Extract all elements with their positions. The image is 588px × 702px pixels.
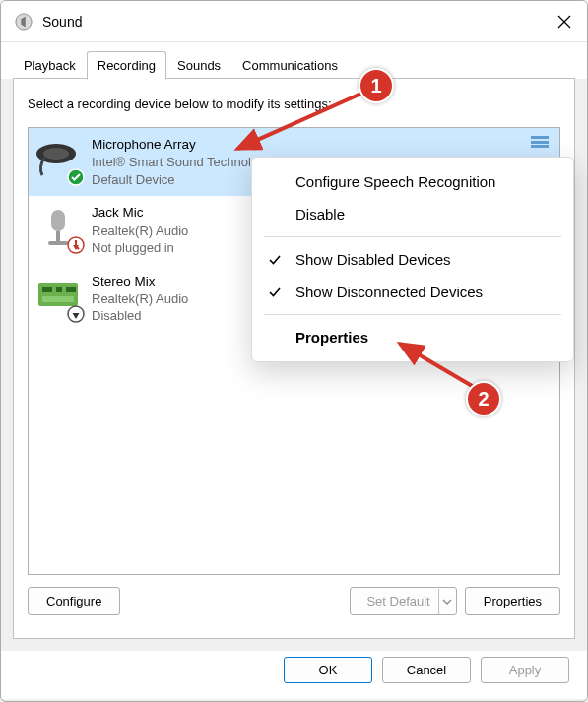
tab-strip: Playback Recording Sounds Communications bbox=[1, 42, 587, 79]
tab-playback[interactable]: Playback bbox=[13, 51, 87, 80]
menu-separator bbox=[264, 314, 561, 315]
svg-rect-8 bbox=[48, 241, 68, 245]
svg-rect-7 bbox=[56, 231, 60, 241]
device-sub2: Disabled bbox=[92, 307, 188, 325]
device-name: Stereo Mix bbox=[92, 273, 188, 290]
menu-separator bbox=[264, 236, 561, 237]
properties-button[interactable]: Properties bbox=[465, 587, 560, 615]
close-button[interactable] bbox=[542, 1, 587, 42]
device-sub2: Default Device bbox=[92, 171, 272, 189]
ctx-show-disconnected[interactable]: Show Disconnected Devices bbox=[260, 276, 565, 308]
set-default-label: Set Default bbox=[366, 594, 429, 608]
context-menu: Configure Speech Recognition Disable Sho… bbox=[251, 157, 574, 362]
device-sub1: Realtek(R) Audio bbox=[92, 290, 188, 308]
cancel-button[interactable]: Cancel bbox=[382, 657, 471, 683]
tab-recording[interactable]: Recording bbox=[87, 51, 166, 80]
svg-rect-14 bbox=[66, 287, 76, 292]
set-default-button[interactable]: Set Default bbox=[350, 587, 456, 615]
ctx-show-disabled[interactable]: Show Disabled Devices bbox=[260, 243, 565, 276]
dialog-button-row: OK Cancel Apply bbox=[1, 651, 587, 699]
tab-sounds[interactable]: Sounds bbox=[166, 51, 231, 80]
ctx-configure-speech[interactable]: Configure Speech Recognition bbox=[260, 165, 565, 198]
check-icon bbox=[268, 253, 282, 267]
disabled-icon bbox=[67, 305, 85, 323]
panel-button-row: Configure Set Default Properties bbox=[28, 587, 560, 615]
instruction-text: Select a recording device below to modif… bbox=[28, 96, 560, 111]
ctx-show-disabled-label: Show Disabled Devices bbox=[295, 251, 451, 268]
svg-point-4 bbox=[43, 148, 69, 160]
ok-button[interactable]: OK bbox=[284, 657, 372, 683]
ctx-disable[interactable]: Disable bbox=[260, 198, 565, 230]
device-name: Microphone Array bbox=[92, 136, 272, 154]
device-name: Jack Mic bbox=[92, 204, 188, 222]
check-icon bbox=[268, 286, 282, 299]
svg-rect-13 bbox=[56, 287, 62, 292]
apply-button[interactable]: Apply bbox=[481, 657, 569, 683]
svg-rect-12 bbox=[42, 287, 52, 292]
close-icon bbox=[557, 15, 571, 29]
device-sub1: Intel® Smart Sound Technology bbox=[92, 154, 272, 171]
device-icon bbox=[34, 136, 82, 183]
device-icon bbox=[34, 273, 82, 320]
titlebar: Sound bbox=[1, 1, 587, 42]
annotation-badge-1: 1 bbox=[359, 68, 394, 103]
configure-button[interactable]: Configure bbox=[28, 587, 120, 615]
device-sub2: Not plugged in bbox=[92, 239, 188, 257]
annotation-badge-2: 2 bbox=[466, 381, 501, 416]
row-menu-icon[interactable] bbox=[530, 136, 550, 148]
chevron-down-icon bbox=[438, 589, 456, 614]
window-title: Sound bbox=[42, 14, 542, 30]
svg-rect-15 bbox=[42, 296, 74, 302]
ctx-show-disconnected-label: Show Disconnected Devices bbox=[295, 284, 483, 300]
check-ok-icon bbox=[67, 168, 85, 186]
svg-rect-6 bbox=[51, 210, 65, 231]
device-sub1: Realtek(R) Audio bbox=[92, 223, 188, 240]
sound-icon bbox=[15, 13, 33, 31]
svg-rect-11 bbox=[38, 283, 78, 306]
tab-communications[interactable]: Communications bbox=[231, 51, 349, 80]
unplugged-icon bbox=[67, 236, 85, 254]
ctx-properties[interactable]: Properties bbox=[260, 321, 565, 353]
device-icon bbox=[34, 204, 82, 251]
